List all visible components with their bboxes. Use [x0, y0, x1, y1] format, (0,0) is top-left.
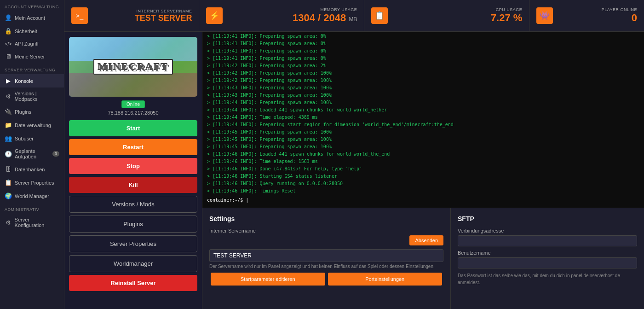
restart-button[interactable]: Restart: [69, 139, 197, 155]
aufgaben-badge: 0: [52, 151, 59, 157]
memory-card: ⚡ MEMORY USAGE 1304 / 2048 MB: [199, 0, 364, 31]
api-icon: </>: [5, 41, 12, 47]
sftp-connection-value: [458, 235, 637, 246]
config-icon: ⚙: [5, 219, 12, 226]
status-badge: Online: [121, 100, 145, 108]
player-label: PLAYER ONLINE: [559, 7, 637, 12]
console-log-line: > [11:19:45 INFO]: Preparing spawn area:…: [207, 143, 639, 151]
console-log-line: > [11:19:46 INFO]: Loaded 441 spawn chun…: [207, 151, 639, 158]
memory-value: 1304 / 2048 MB: [229, 12, 357, 24]
sidebar-item-geplante-aufgaben[interactable]: 🕐 Geplante Aufgaben 0: [0, 145, 64, 163]
console-log-line: > [11:19:42 INFO]: Preparing spawn area:…: [207, 62, 639, 70]
sidebar-label-mein-account: Mein Account: [15, 15, 45, 21]
server-status: Online: [69, 100, 197, 108]
server-name-value: TEST SERVER: [94, 13, 192, 23]
server-properties-button[interactable]: Server Properties: [69, 235, 197, 252]
stop-button[interactable]: Stop: [69, 158, 197, 174]
console-log-line: > [11:19:46 INFO]: Time elapsed: 1563 ms: [207, 158, 639, 165]
versions-icon: ⚙: [5, 93, 12, 100]
port-settings-button[interactable]: Porteinstellungen: [328, 273, 443, 286]
server-section-title: SERVER VERWALTUNG: [0, 63, 64, 74]
sidebar-item-world-manager[interactable]: 🌍 World Manager: [0, 189, 64, 203]
sidebar-label-aufgaben: Geplante Aufgaben: [15, 148, 50, 159]
sftp-password-hint: Das Passwort ist das selbe wie das, mit …: [458, 272, 637, 286]
sidebar-item-konsole[interactable]: ▶ Konsole: [0, 74, 64, 87]
sidebar-item-subuser[interactable]: 👥 Subuser: [0, 132, 64, 145]
sidebar-item-api-zugriff[interactable]: </> API Zugriff: [0, 38, 64, 50]
plugins-icon: 🔌: [5, 108, 12, 115]
sidebar-item-dateiverwaltung[interactable]: 📁 Dateiverwaltung: [0, 118, 64, 132]
console-log-line: > [11:19:45 INFO]: Preparing spawn area:…: [207, 136, 639, 143]
account-icon: 👤: [5, 14, 12, 21]
minecraft-logo: MINECRAFT: [93, 59, 173, 75]
bottom-panels: Settings Interner Servername Absenden De…: [202, 208, 644, 309]
properties-icon: 📋: [5, 179, 12, 186]
console-log-line: > [11:19:44 INFO]: Preparing spawn area:…: [207, 99, 639, 106]
terminal-icon: >_: [71, 7, 88, 24]
database-icon: 🗄: [5, 166, 12, 173]
reinstall-server-button[interactable]: Reinstall Server: [69, 275, 197, 291]
server-icon: 🖥: [5, 53, 12, 60]
console-log-line: > [11:19:46 INFO]: Query running on 0.0.…: [207, 180, 639, 187]
lock-icon: 🔒: [5, 28, 12, 35]
admin-section-title: ADMINISTRATIV: [0, 203, 64, 214]
sidebar-label-versions: Versions | Modpacks: [14, 91, 59, 102]
server-image: MINECRAFT: [69, 37, 197, 97]
worldmanager-button[interactable]: Worldmanager: [69, 255, 197, 272]
server-ip: 78.188.216.217:28050: [69, 110, 197, 116]
console[interactable]: > [11:19:37 INFO]: Preparing spawn area:…: [202, 32, 644, 208]
sidebar-label-datenbanken: Datenbanken: [15, 167, 45, 172]
server-name-label: INTERNER SERVERNAME: [94, 9, 192, 13]
save-button[interactable]: Absenden: [409, 235, 443, 245]
sidebar-item-server-konfiguration[interactable]: ⚙ Server Konfiguration: [0, 214, 64, 231]
flash-icon: ⚡: [206, 7, 223, 24]
sidebar-item-meine-server[interactable]: 🖥 Meine Server: [0, 50, 64, 63]
versions-mods-button[interactable]: Versions / Mods: [69, 196, 197, 213]
settings-hint: Der Servername wird nur im Panel angezei…: [209, 264, 443, 269]
console-log-line: > [11:19:41 INFO]: Preparing spawn area:…: [207, 55, 639, 62]
player-card: 👾 PLAYER ONLINE 0: [529, 0, 644, 31]
console-log-line: > [11:19:43 INFO]: Preparing spawn area:…: [207, 92, 639, 99]
console-log-line: > [11:19:43 INFO]: Preparing spawn area:…: [207, 84, 639, 92]
copy-icon: 📋: [371, 7, 388, 24]
console-log-line: > [11:19:46 INFO]: Starting GS4 status l…: [207, 173, 639, 180]
server-name-field-label: Interner Servername: [209, 228, 443, 233]
player-value: 0: [559, 12, 637, 24]
start-params-button[interactable]: Startparameter editieren: [211, 273, 325, 286]
sftp-title: SFTP: [458, 215, 637, 222]
konsole-icon: ▶: [5, 77, 12, 84]
sidebar-label-dateiverwaltung: Dateiverwaltung: [15, 122, 51, 128]
console-log-line: > [11:19:42 INFO]: Preparing spawn area:…: [207, 77, 639, 84]
sidebar-item-server-properties[interactable]: 📋 Server Properties: [0, 176, 64, 189]
sidebar-item-mein-account[interactable]: 👤 Mein Account: [0, 11, 64, 24]
console-input[interactable]: container:-/$ |: [207, 197, 639, 204]
console-log-line: > [11:19:42 INFO]: Preparing spawn area:…: [207, 70, 639, 77]
console-log-line: > [11:19:41 INFO]: Preparing spawn area:…: [207, 40, 639, 47]
sidebar-item-datenbanken[interactable]: 🗄 Datenbanken: [0, 163, 64, 176]
server-name-card: >_ INTERNER SERVERNAME TEST SERVER: [64, 0, 199, 31]
sftp-connection-label: Verbindungsadresse: [458, 228, 637, 233]
sidebar-item-versions-modpacks[interactable]: ⚙ Versions | Modpacks: [0, 87, 64, 105]
settings-panel: Settings Interner Servername Absenden De…: [202, 208, 451, 309]
sidebar-label-world: World Manager: [15, 193, 49, 199]
console-log-line: > [11:19:46 INFO]: Timings Reset: [207, 187, 639, 195]
sidebar-label-server: Meine Server: [15, 54, 45, 59]
memory-label: MEMORY USAGE: [229, 7, 357, 12]
sidebar-label-properties: Server Properties: [15, 180, 54, 186]
console-lines: > [11:19:37 INFO]: Preparing spawn area:…: [207, 32, 639, 195]
plugins-button[interactable]: Plugins: [69, 216, 197, 233]
world-icon: 🌍: [5, 192, 12, 199]
sidebar-label-plugins: Plugins: [15, 109, 31, 115]
sidebar: ACCOUNT VERWALTUNG 👤 Mein Account 🔒 Sich…: [0, 0, 64, 309]
console-log-line: > [11:19:41 INFO]: Preparing spawn area:…: [207, 33, 639, 40]
sftp-username-label: Benutzername: [458, 250, 637, 256]
sftp-username-value: [458, 257, 637, 268]
console-log-line: > [11:19:44 INFO]: Loaded 441 spawn chun…: [207, 106, 639, 114]
start-button[interactable]: Start: [69, 120, 197, 136]
sidebar-item-sicherheit[interactable]: 🔒 Sicherheit: [0, 24, 64, 38]
right-panel: > [11:19:37 INFO]: Preparing spawn area:…: [202, 32, 644, 309]
sidebar-item-plugins[interactable]: 🔌 Plugins: [0, 105, 64, 118]
server-name-input[interactable]: [209, 249, 443, 262]
top-bar: >_ INTERNER SERVERNAME TEST SERVER ⚡ MEM…: [64, 0, 644, 32]
kill-button[interactable]: Kill: [69, 177, 197, 193]
